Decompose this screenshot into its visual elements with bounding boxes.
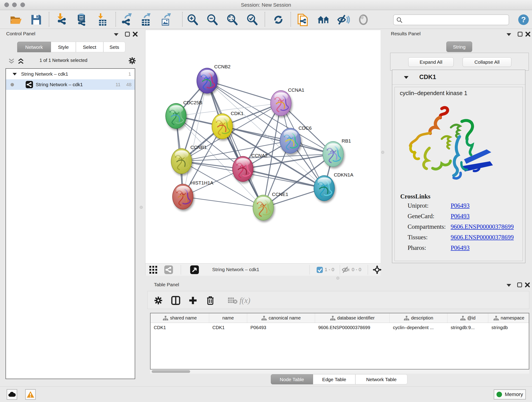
column-header-namespace[interactable]: namespace: [488, 313, 529, 323]
import-network-file-button[interactable]: [56, 13, 69, 26]
scrollbar-thumb[interactable]: [152, 370, 190, 373]
collapse-all-button[interactable]: Collapse All: [462, 57, 511, 67]
network-node-HIST1H1A[interactable]: [172, 184, 193, 210]
network-canvas[interactable]: CCNB2 CCNA1 CDC25B CDK1: [146, 30, 380, 263]
close-panel-icon[interactable]: [525, 32, 530, 37]
network-node-CCNB2[interactable]: [196, 68, 218, 94]
column-header-name[interactable]: name: [209, 313, 247, 323]
network-edge[interactable]: [183, 81, 207, 197]
warnings-button[interactable]: [25, 389, 36, 400]
network-node-RB1[interactable]: [323, 141, 344, 167]
export-image-button[interactable]: [159, 13, 172, 26]
share-icon[interactable]: [164, 265, 173, 274]
help-button[interactable]: ?: [517, 13, 530, 26]
hide-graphics-button[interactable]: [337, 13, 350, 26]
crosslink-value-link[interactable]: P06493: [451, 244, 470, 251]
crosshair-move-icon[interactable]: [373, 265, 381, 274]
expand-all-button[interactable]: Expand All: [408, 57, 454, 67]
homes-button[interactable]: [317, 13, 330, 26]
gene-header-row[interactable]: CDK1: [392, 70, 525, 85]
float-panel-icon[interactable]: [518, 32, 523, 37]
gene-expander-icon[interactable]: [404, 76, 409, 79]
import-network-database-button[interactable]: [75, 13, 88, 26]
cloud-button[interactable]: [7, 389, 17, 400]
column-header-database-identifier[interactable]: database identifier: [315, 313, 390, 323]
zoom-out-button[interactable]: [206, 13, 219, 26]
tab-network-table[interactable]: Network Table: [355, 374, 407, 384]
refresh-button[interactable]: [272, 13, 285, 26]
left-splitter-handle[interactable]: [140, 206, 143, 209]
close-panel-icon[interactable]: [133, 32, 138, 37]
zoom-in-button[interactable]: [186, 13, 199, 26]
table-cell[interactable]: cyclin–dependent ...: [390, 323, 447, 332]
open-session-button[interactable]: [10, 13, 22, 26]
collapse-all-icon[interactable]: [8, 58, 14, 65]
network-node-CCNE1[interactable]: [253, 195, 274, 220]
right-splitter-handle[interactable]: [381, 151, 384, 154]
network-node-CCNB1[interactable]: [171, 148, 192, 174]
column-header-shared-name[interactable]: shared name: [151, 313, 209, 323]
collapse-panel-icon[interactable]: [506, 284, 511, 287]
function-builder-button[interactable]: f(x): [239, 295, 251, 306]
float-panel-icon[interactable]: [517, 282, 522, 287]
network-node-CCNA2[interactable]: [232, 156, 253, 182]
zoom-fit-button[interactable]: [226, 13, 239, 26]
save-session-button[interactable]: [30, 13, 43, 26]
crosslink-value-link[interactable]: 9606.ENSP00000378699: [451, 234, 514, 241]
clone-network-button[interactable]: [297, 13, 309, 26]
tab-node-table[interactable]: Node Table: [271, 374, 313, 384]
crosslink-value-link[interactable]: 9606.ENSP00000378699: [451, 223, 514, 230]
gear-icon[interactable]: [128, 57, 136, 65]
grid-icon[interactable]: [149, 266, 157, 274]
network-node-CDK1[interactable]: [212, 114, 233, 139]
network-edge[interactable]: [183, 197, 263, 208]
collapse-panel-icon[interactable]: [114, 33, 119, 36]
tree-expander-icon[interactable]: [12, 73, 17, 76]
open-in-new-icon[interactable]: [190, 265, 199, 274]
network-edge[interactable]: [207, 81, 281, 103]
table-settings-button[interactable]: [152, 295, 164, 306]
network-node-CDC25B[interactable]: [165, 103, 186, 129]
search-input[interactable]: [402, 15, 509, 25]
table-horizontal-scrollbar[interactable]: [150, 370, 529, 374]
crosslink-value-link[interactable]: P06493: [451, 202, 470, 209]
close-panel-icon[interactable]: [525, 282, 530, 287]
delete-table-button[interactable]: [227, 295, 238, 306]
network-row[interactable]: String Network – cdk1 11 48: [6, 79, 135, 90]
network-node-CCNA1[interactable]: [270, 90, 291, 116]
expand-all-icon[interactable]: [18, 58, 24, 65]
add-column-button[interactable]: [187, 295, 199, 306]
network-node-CDC6[interactable]: [280, 128, 301, 153]
table-cell[interactable]: 9606.ENSP00000378699: [315, 323, 390, 332]
crosslink-value-link[interactable]: P06493: [451, 213, 470, 220]
network-collection-row[interactable]: String Network – cdk1 1: [6, 69, 135, 79]
network-node-CDKN1A[interactable]: [314, 175, 335, 201]
table-cell[interactable]: CDK1: [209, 323, 247, 332]
table-cell[interactable]: stringdb:9...: [447, 323, 488, 332]
float-panel-icon[interactable]: [125, 32, 130, 37]
tab-style[interactable]: Style: [51, 42, 76, 52]
delete-column-button[interactable]: [205, 295, 216, 306]
column-header-description[interactable]: description: [390, 313, 447, 323]
bottom-splitter-handle[interactable]: [336, 277, 339, 280]
column-header--id[interactable]: @id: [447, 313, 488, 323]
tab-network[interactable]: Network: [17, 42, 51, 52]
table-cell[interactable]: stringdb: [488, 323, 529, 332]
table-cell[interactable]: P06493: [247, 323, 315, 332]
network-edge[interactable]: [207, 81, 263, 208]
import-table-file-button[interactable]: [96, 13, 109, 26]
zoom-selected-button[interactable]: [246, 13, 259, 26]
collapse-panel-icon[interactable]: [506, 33, 511, 36]
export-network-button[interactable]: [120, 13, 133, 26]
table-cell[interactable]: CDK1: [151, 323, 209, 332]
export-table-button[interactable]: [139, 13, 152, 26]
tab-sets[interactable]: Sets: [103, 42, 125, 52]
show-columns-button[interactable]: [170, 295, 181, 306]
tab-string[interactable]: String: [446, 41, 472, 52]
selected-checkbox-icon[interactable]: [317, 267, 323, 273]
network-edge[interactable]: [222, 126, 333, 154]
tab-select[interactable]: Select: [76, 42, 103, 52]
tab-edge-table[interactable]: Edge Table: [313, 374, 355, 384]
birds-eye-button[interactable]: [357, 13, 370, 26]
table-row[interactable]: CDK1CDK1P064939606.ENSP00000378699cyclin…: [151, 323, 529, 332]
